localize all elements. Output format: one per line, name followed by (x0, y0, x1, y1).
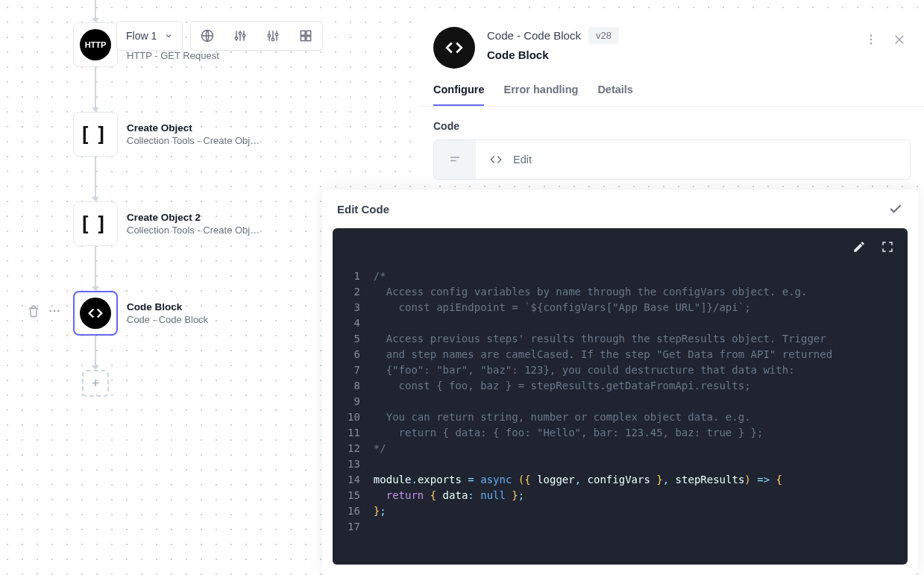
chevron-down-icon (164, 31, 173, 40)
trash-icon[interactable] (27, 304, 40, 318)
http-icon: HTTP (80, 29, 111, 60)
node-subtitle: Collection Tools - Create Obje… (127, 135, 261, 146)
code-source[interactable]: /* Access config variables by name throu… (368, 265, 844, 565)
svg-point-5 (272, 38, 274, 40)
svg-point-4 (268, 34, 271, 37)
add-step-button[interactable]: + (82, 370, 109, 397)
brackets-icon: [] (79, 213, 111, 235)
svg-point-14 (870, 34, 873, 37)
flow-node[interactable]: [] Create Object 2 Collection Tools - Cr… (73, 201, 261, 246)
editor-title: Edit Code (337, 203, 389, 216)
flow-column: HTTP HTTP - GET Request [] Create Object… (73, 0, 261, 397)
node-subtitle: Code - Code Block (127, 314, 208, 325)
node-title: Create Object (127, 122, 261, 133)
flow-selector[interactable]: Flow 1 (116, 21, 183, 51)
svg-point-2 (239, 32, 242, 34)
code-icon (433, 27, 475, 69)
code-field[interactable]: Edit (433, 139, 911, 180)
panel-title: Code Block (487, 48, 852, 61)
svg-point-16 (870, 43, 873, 45)
svg-rect-8 (307, 31, 311, 35)
panel-tabs: Configure Error handling Details (420, 69, 924, 107)
node-subtitle: Collection Tools - Create Obje… (127, 224, 261, 236)
svg-rect-7 (301, 31, 306, 35)
pencil-icon[interactable] (852, 240, 866, 254)
code-field-label: Code (433, 120, 911, 132)
fullscreen-icon[interactable] (881, 240, 894, 254)
brackets-icon: [] (79, 123, 111, 145)
svg-point-3 (243, 34, 245, 37)
code-editor[interactable]: 1234567891011121314151617 /* Access conf… (333, 265, 908, 565)
node-subtitle: HTTP - GET Request (127, 50, 219, 61)
svg-point-13 (57, 310, 60, 312)
tab-configure[interactable]: Configure (433, 84, 484, 106)
code-icon (489, 153, 503, 166)
svg-rect-9 (301, 37, 306, 41)
svg-point-1 (236, 37, 238, 40)
text-icon (434, 140, 476, 179)
sliders-alt-icon[interactable] (257, 22, 289, 50)
flow-node[interactable]: [] Create Object Collection Tools - Crea… (73, 112, 261, 157)
svg-point-11 (49, 310, 51, 312)
node-title: Create Object 2 (127, 212, 261, 223)
flow-node-selected[interactable]: Code Block Code - Code Block (73, 291, 261, 336)
config-panel: Code - Code Block v28 Code Block Configu… (420, 13, 924, 180)
code-icon (80, 298, 111, 329)
code-editor-panel: Edit Code 1234567891011121314151617 /* A… (322, 189, 918, 575)
grid-icon[interactable] (289, 22, 322, 50)
version-chip: v28 (588, 27, 619, 44)
edit-link[interactable]: Edit (513, 154, 532, 166)
svg-point-12 (54, 310, 56, 312)
sliders-icon[interactable] (224, 22, 257, 50)
more-icon[interactable] (48, 304, 61, 318)
svg-rect-10 (307, 37, 311, 41)
close-icon[interactable] (893, 33, 906, 46)
svg-point-15 (870, 39, 873, 41)
tab-details[interactable]: Details (597, 84, 633, 106)
canvas-toolbar (190, 21, 323, 51)
more-vertical-icon[interactable] (864, 33, 878, 46)
tab-error-handling[interactable]: Error handling (503, 84, 578, 106)
line-gutter: 1234567891011121314151617 (333, 265, 368, 565)
node-title: Code Block (127, 301, 208, 312)
confirm-icon[interactable] (888, 201, 903, 216)
panel-supertitle: Code - Code Block (487, 29, 581, 42)
svg-point-6 (276, 34, 278, 36)
globe-icon[interactable] (191, 22, 224, 50)
flow-selector-label: Flow 1 (126, 30, 157, 42)
